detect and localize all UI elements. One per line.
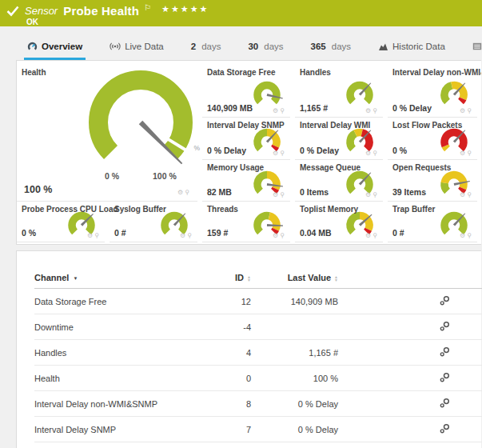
channel-settings-icon[interactable]	[440, 423, 450, 434]
pin-icon[interactable]: ⚲	[185, 189, 191, 196]
channel-name[interactable]: Downtime	[34, 314, 210, 340]
channel-id: -4	[210, 314, 251, 340]
pin-icon[interactable]: ⚲	[467, 232, 473, 239]
tab-365-days[interactable]: 365days	[308, 42, 354, 60]
channel-settings-icon[interactable]	[440, 346, 450, 357]
gauge-tile-lost-flow-packets[interactable]: Lost Flow Packets0 %⚙⚲	[388, 118, 477, 160]
table-row: Interval Delay non-WMI&SNMP80 % Delay	[34, 391, 482, 417]
gauge-value: 0.04 MB	[300, 228, 332, 238]
pin-icon[interactable]: ⚲	[280, 150, 286, 157]
gauge-scale-min: 0 %	[105, 171, 119, 181]
channel-settings-icon[interactable]	[440, 398, 450, 408]
gauge-value: 100 %	[24, 184, 52, 195]
gear-icon[interactable]: ⚙	[460, 107, 467, 114]
pin-icon[interactable]: ⚲	[372, 232, 379, 239]
tab-log[interactable]: Log	[469, 42, 482, 60]
pin-icon[interactable]: ⚲	[467, 107, 473, 114]
tile-actions: ⚙⚲	[177, 189, 191, 197]
pin-icon[interactable]: ⚲	[467, 150, 473, 157]
gauge-value: 0 %	[392, 146, 407, 155]
flag-icon[interactable]: ⚐	[144, 3, 151, 12]
channel-name[interactable]: Health	[34, 366, 210, 391]
gauge-tile-toplist-memory[interactable]: Toplist Memory0.04 MB⚙⚲	[295, 202, 383, 242]
gear-icon[interactable]: ⚙	[273, 150, 280, 157]
gear-icon[interactable]: ⚙	[177, 189, 185, 196]
pin-icon[interactable]: ⚲	[94, 232, 101, 239]
gear-icon[interactable]: ⚙	[273, 191, 280, 198]
gear-icon[interactable]: ⚙	[365, 232, 372, 239]
gear-icon[interactable]: ⚙	[460, 232, 467, 239]
pin-icon[interactable]: ⚲	[187, 232, 193, 239]
channel-settings-icon[interactable]	[440, 372, 450, 382]
gear-icon[interactable]: ⚙	[365, 107, 372, 114]
channel-id: 7	[210, 417, 251, 442]
sort-icon: ▲▼	[247, 275, 251, 282]
gear-icon[interactable]: ⚙	[460, 191, 467, 198]
pin-icon[interactable]: ⚲	[467, 191, 473, 198]
pin-icon[interactable]: ⚲	[280, 107, 286, 114]
gauge-tile-health[interactable]: Health%0 %100 %100 %⚙⚲	[17, 65, 197, 202]
status-badge: OK	[26, 18, 482, 26]
channel-settings-icon[interactable]	[440, 295, 450, 306]
column-header-last-value[interactable]: Last Value▲▼	[251, 268, 338, 289]
gauge-tile-probe-process-cpu-load[interactable]: Probe Process CPU Load0 %⚙⚲	[17, 202, 105, 242]
tab-30-days[interactable]: 30days	[245, 42, 286, 60]
tab-historic-data[interactable]: Historic Data	[375, 42, 448, 60]
gauge-title: Interval Delay SNMP	[207, 121, 285, 130]
tab-overview[interactable]: Overview	[24, 42, 86, 60]
table-row: Interval Delay WMI60 % Delay	[34, 442, 482, 448]
tile-actions: ⚙⚲	[460, 232, 473, 240]
channel-name[interactable]: Interval Delay WMI	[34, 442, 210, 448]
gauge-tile-data-storage-free[interactable]: Data Storage Free140,909 MB⚙⚲	[202, 65, 290, 118]
tab-bar: Overview Live Data 2days 30days 365days …	[0, 26, 482, 60]
gear-icon[interactable]: ⚙	[273, 232, 280, 239]
pin-icon[interactable]: ⚲	[372, 150, 379, 157]
priority-stars[interactable]: ★★★★★	[161, 4, 209, 14]
gauge-tile-memory-usage[interactable]: Memory Usage82 MB⚙⚲	[202, 160, 290, 202]
gauge-tile-syslog-buffer[interactable]: Syslog Buffer0 #⚙⚲	[110, 202, 197, 242]
gear-icon[interactable]: ⚙	[460, 150, 467, 157]
gauge-tile-threads[interactable]: Threads159 #⚙⚲	[202, 202, 290, 242]
tile-actions: ⚙⚲	[365, 191, 379, 199]
gauge-title: Data Storage Free	[207, 68, 276, 77]
gauge-tile-interval-delay-snmp[interactable]: Interval Delay SNMP0 % Delay⚙⚲	[202, 118, 290, 160]
column-header-channel[interactable]: Channel▼	[34, 268, 210, 289]
gauge-tile-handles[interactable]: Handles1,165 #⚙⚲	[295, 65, 383, 118]
channel-last-value: 0 % Delay	[251, 442, 338, 448]
live-data-icon	[110, 42, 121, 51]
tab-2-days[interactable]: 2days	[188, 42, 225, 60]
gauge-tile-message-queue[interactable]: Message Queue0 Items⚙⚲	[295, 160, 383, 202]
gauge-chart	[251, 80, 283, 107]
channel-name[interactable]: Interval Delay SNMP	[34, 417, 210, 442]
gauge-tile-interval-delay-wmi[interactable]: Interval Delay WMI0 % Delay⚙⚲	[295, 118, 383, 160]
gear-icon[interactable]: ⚙	[87, 232, 94, 239]
tab-live-data[interactable]: Live Data	[106, 42, 167, 60]
pin-icon[interactable]: ⚲	[280, 191, 286, 198]
gauge-title: Trap Buffer	[392, 205, 435, 214]
tile-actions: ⚙⚲	[460, 191, 473, 199]
gauge-title: Interval Delay non-WMI&SNMP	[392, 68, 481, 77]
gauge-scale-max: 100 %	[153, 171, 177, 181]
gauge-tile-open-requests[interactable]: Open Requests39 Items⚙⚲	[388, 160, 477, 202]
gear-icon[interactable]: ⚙	[180, 232, 187, 239]
pin-icon[interactable]: ⚲	[372, 107, 379, 114]
pin-icon[interactable]: ⚲	[280, 232, 286, 239]
gear-icon[interactable]: ⚙	[365, 150, 372, 157]
gear-icon[interactable]: ⚙	[365, 191, 372, 198]
gauge-value: 0 #	[114, 228, 126, 238]
gear-icon[interactable]: ⚙	[273, 107, 280, 114]
channel-name[interactable]: Handles	[34, 340, 210, 366]
page-title: Probe Health	[63, 4, 139, 18]
channel-settings-icon[interactable]	[440, 321, 450, 331]
tile-actions: ⚙⚲	[460, 150, 473, 158]
gauge-value: 140,909 MB	[207, 103, 253, 113]
gauge-tile-interval-delay-non-wmi-snmp[interactable]: Interval Delay non-WMI&SNMP0 % Delay⚙⚲	[388, 65, 477, 118]
channel-name[interactable]: Data Storage Free	[34, 289, 210, 314]
sort-icon: ▲▼	[334, 275, 338, 282]
column-header-id[interactable]: ID▲▼	[210, 268, 251, 289]
gauge-title: Memory Usage	[207, 163, 264, 172]
gauge-tile-trap-buffer[interactable]: Trap Buffer0 #⚙⚲	[388, 202, 477, 242]
channel-name[interactable]: Interval Delay non-WMI&SNMP	[34, 391, 210, 417]
pin-icon[interactable]: ⚲	[372, 191, 379, 198]
table-row: Handles41,165 #	[34, 340, 482, 366]
